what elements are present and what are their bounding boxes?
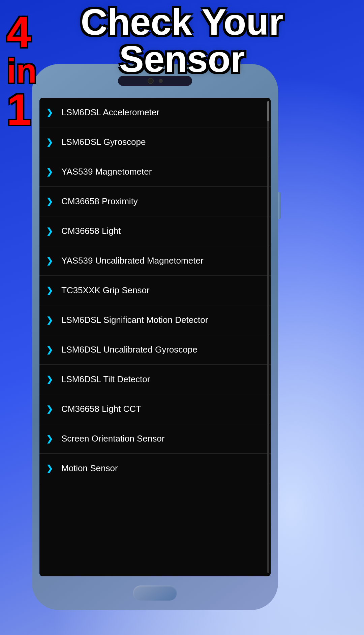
sensor-list: ❯LSM6DSL Accelerometer❯LSM6DSL Gyroscope… [39, 98, 271, 576]
chevron-right-icon: ❯ [46, 345, 53, 355]
sensor-list-item[interactable]: ❯CM36658 Light [39, 216, 271, 246]
sensor-name-label: LSM6DSL Gyroscope [61, 137, 146, 147]
badge-container: 4 in 1 [7, 10, 37, 131]
chevron-right-icon: ❯ [46, 226, 53, 236]
chevron-right-icon: ❯ [46, 464, 53, 473]
sensor-list-item[interactable]: ❯YAS539 Magnetometer [39, 157, 271, 187]
badge-number-1: 1 [7, 88, 37, 131]
sensor-name-label: LSM6DSL Accelerometer [61, 107, 159, 118]
badge-word-in: in [7, 54, 37, 88]
chevron-right-icon: ❯ [46, 315, 53, 325]
sensor-name-label: Screen Orientation Sensor [61, 433, 164, 444]
sensor-list-item[interactable]: ❯Screen Orientation Sensor [39, 424, 271, 454]
sensor-list-item[interactable]: ❯YAS539 Uncalibrated Magnetometer [39, 246, 271, 276]
sensor-list-item[interactable]: ❯LSM6DSL Uncalibrated Gyroscope [39, 335, 271, 365]
sensor-name-label: LSM6DSL Tilt Detector [61, 374, 150, 385]
title-line1: Check Your [0, 3, 364, 40]
sensor-name-label: LSM6DSL Uncalibrated Gyroscope [61, 344, 198, 355]
sensor-name-label: Motion Sensor [61, 463, 118, 474]
sensor-list-item[interactable]: ❯TC35XXK Grip Sensor [39, 276, 271, 305]
chevron-right-icon: ❯ [46, 256, 53, 266]
sensor-list-item[interactable]: ❯LSM6DSL Significant Motion Detector [39, 305, 271, 335]
sensor-name-label: LSM6DSL Significant Motion Detector [61, 315, 208, 325]
sensor-name-label: CM36658 Proximity [61, 196, 138, 207]
chevron-right-icon: ❯ [46, 167, 53, 177]
chevron-right-icon: ❯ [46, 434, 53, 444]
sensor-list-item[interactable]: ❯LSM6DSL Gyroscope [39, 127, 271, 157]
phone-frame: ❯LSM6DSL Accelerometer❯LSM6DSL Gyroscope… [32, 64, 278, 610]
sensor-list-item[interactable]: ❯LSM6DSL Accelerometer [39, 98, 271, 127]
title-container: Check Your Sensor [0, 3, 364, 78]
chevron-right-icon: ❯ [46, 197, 53, 206]
sensor-list-item[interactable]: ❯Motion Sensor [39, 454, 271, 483]
home-button[interactable] [133, 585, 177, 601]
chevron-right-icon: ❯ [46, 108, 53, 117]
phone-screen: ❯LSM6DSL Accelerometer❯LSM6DSL Gyroscope… [39, 98, 271, 576]
side-button-right [278, 192, 281, 219]
sensor-name-label: CM36658 Light CCT [61, 404, 141, 414]
badge-number-4: 4 [7, 10, 37, 54]
chevron-right-icon: ❯ [46, 138, 53, 147]
chevron-right-icon: ❯ [46, 286, 53, 295]
scrollbar-track[interactable] [267, 101, 269, 573]
sensor-list-item[interactable]: ❯CM36658 Proximity [39, 187, 271, 216]
chevron-right-icon: ❯ [46, 404, 53, 414]
sensor-list-item[interactable]: ❯CM36658 Light CCT [39, 394, 271, 424]
title-line2: Sensor [0, 40, 364, 78]
sensor-name-label: CM36658 Light [61, 226, 121, 236]
sensor-list-item[interactable]: ❯LSM6DSL Tilt Detector [39, 365, 271, 394]
scrollbar-thumb[interactable] [267, 101, 269, 121]
sensor-name-label: YAS539 Uncalibrated Magnetometer [61, 255, 204, 266]
sensor-name-label: YAS539 Magnetometer [61, 167, 152, 177]
sensor-name-label: TC35XXK Grip Sensor [61, 285, 150, 296]
chevron-right-icon: ❯ [46, 375, 53, 384]
